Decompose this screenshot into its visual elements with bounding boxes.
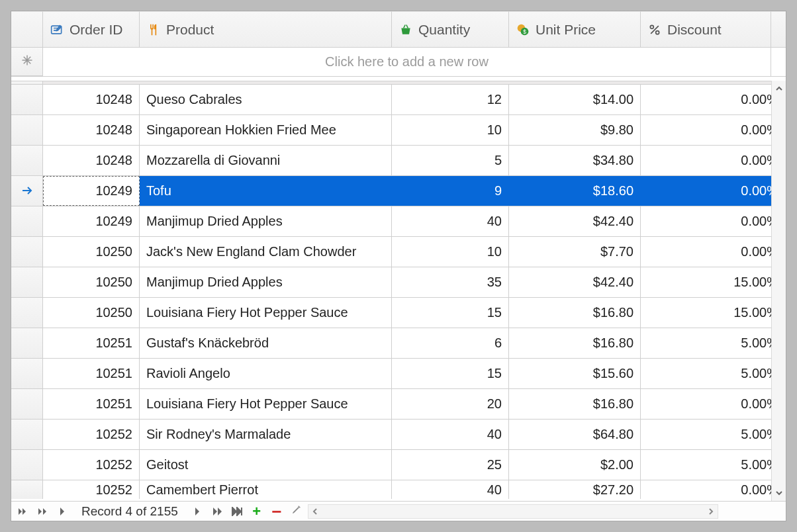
nav-delete-button[interactable]: − (268, 504, 285, 519)
cell-discount[interactable]: 0.00% (641, 237, 786, 267)
cell-product[interactable]: Singaporean Hokkien Fried Mee (140, 115, 392, 145)
vertical-scrollbar[interactable] (771, 81, 786, 501)
cell-product[interactable]: Ravioli Angelo (140, 359, 392, 388)
nav-first-button[interactable] (14, 504, 31, 519)
row-indicator[interactable] (11, 237, 43, 267)
cell-discount[interactable]: 0.00% (641, 176, 786, 206)
cell-unit-price[interactable]: $42.40 (509, 267, 641, 297)
row-indicator[interactable] (11, 115, 43, 145)
cell-quantity[interactable]: 35 (392, 267, 509, 297)
cell-quantity[interactable]: 15 (392, 298, 509, 328)
row-indicator[interactable] (11, 146, 43, 175)
cell-quantity[interactable]: 20 (392, 389, 509, 419)
cell-order-id[interactable]: 10248 (43, 146, 140, 175)
cell-order-id[interactable]: 10248 (43, 115, 140, 145)
cell-unit-price[interactable]: $18.60 (509, 176, 641, 206)
cell-product[interactable]: Manjimup Dried Apples (140, 206, 392, 236)
cell-discount[interactable]: 0.00% (641, 115, 786, 145)
cell-quantity[interactable]: 6 (392, 328, 509, 358)
cell-discount[interactable]: 0.00% (641, 480, 786, 499)
row-indicator[interactable] (11, 420, 43, 449)
row-indicator[interactable] (11, 298, 43, 328)
table-row[interactable]: 10248Mozzarella di Giovanni5$34.800.00% (11, 146, 786, 176)
cell-order-id[interactable]: 10249 (43, 206, 140, 236)
cell-order-id[interactable]: 10251 (43, 328, 140, 358)
scroll-track[interactable] (772, 97, 786, 485)
cell-quantity[interactable]: 25 (392, 450, 509, 480)
cell-unit-price[interactable]: $64.80 (509, 420, 641, 449)
table-row[interactable]: 10248Queso Cabrales12$14.000.00% (11, 85, 786, 115)
table-row[interactable]: 10250Jack's New England Clam Chowder10$7… (11, 237, 786, 267)
cell-quantity[interactable]: 10 (392, 115, 509, 145)
new-row-placeholder[interactable]: Click here to add a new row (43, 48, 771, 76)
cell-order-id[interactable]: 10251 (43, 389, 140, 419)
nav-next-button[interactable] (189, 504, 206, 519)
cell-order-id[interactable]: 10252 (43, 420, 140, 449)
cell-product[interactable]: Queso Cabrales (140, 85, 392, 114)
nav-next-page-button[interactable] (209, 504, 226, 519)
column-header-order-id[interactable]: Order ID (43, 11, 140, 48)
column-header-quantity[interactable]: Quantity (392, 11, 509, 48)
cell-order-id[interactable]: 10252 (43, 480, 140, 499)
table-row[interactable]: 10251Louisiana Fiery Hot Pepper Sauce20$… (11, 389, 786, 420)
cell-quantity[interactable]: 40 (392, 206, 509, 236)
cell-order-id[interactable]: 10248 (43, 85, 140, 114)
cell-discount[interactable]: 0.00% (641, 146, 786, 175)
cell-order-id[interactable]: 10251 (43, 359, 140, 388)
scroll-down-button[interactable] (772, 485, 786, 501)
cell-product[interactable]: Louisiana Fiery Hot Pepper Sauce (140, 298, 392, 328)
nav-prev-page-button[interactable] (34, 504, 51, 519)
table-row[interactable]: 10250Louisiana Fiery Hot Pepper Sauce15$… (11, 298, 786, 328)
cell-quantity[interactable]: 5 (392, 146, 509, 175)
table-row[interactable]: 10249Manjimup Dried Apples40$42.400.00% (11, 206, 786, 237)
column-header-discount[interactable]: Discount (641, 11, 771, 48)
cell-product[interactable]: Tofu (140, 176, 392, 206)
cell-order-id[interactable]: 10250 (43, 267, 140, 297)
cell-discount[interactable]: 5.00% (641, 450, 786, 480)
table-row[interactable]: 10250Manjimup Dried Apples35$42.4015.00% (11, 267, 786, 298)
cell-unit-price[interactable]: $14.00 (509, 85, 641, 114)
cell-unit-price[interactable]: $2.00 (509, 450, 641, 480)
table-row[interactable]: 10252Geitost25$2.005.00% (11, 450, 786, 480)
scroll-up-button[interactable] (772, 81, 786, 97)
cell-unit-price[interactable]: $16.80 (509, 298, 641, 328)
column-header-product[interactable]: Product (140, 11, 392, 48)
cell-order-id[interactable]: 10250 (43, 298, 140, 328)
column-header-unit-price[interactable]: $ Unit Price (509, 11, 641, 48)
row-indicator[interactable] (11, 206, 43, 236)
new-item-row[interactable]: Click here to add a new row (11, 48, 786, 77)
horizontal-scrollbar[interactable] (308, 504, 718, 519)
row-indicator[interactable] (11, 267, 43, 297)
cell-discount[interactable]: 0.00% (641, 85, 786, 114)
cell-unit-price[interactable]: $27.20 (509, 480, 641, 499)
row-indicator[interactable] (11, 450, 43, 480)
cell-product[interactable]: Gustaf's Knäckebröd (140, 328, 392, 358)
table-row[interactable]: 10248Singaporean Hokkien Fried Mee10$9.8… (11, 115, 786, 146)
cell-unit-price[interactable]: $15.60 (509, 359, 641, 388)
table-row[interactable]: 10251Gustaf's Knäckebröd6$16.805.00% (11, 328, 786, 359)
hscroll-right-button[interactable] (704, 505, 718, 518)
cell-unit-price[interactable]: $16.80 (509, 328, 641, 358)
cell-discount[interactable]: 15.00% (641, 298, 786, 328)
nav-edit-button[interactable] (288, 504, 305, 519)
cell-product[interactable]: Mozzarella di Giovanni (140, 146, 392, 175)
cell-unit-price[interactable]: $16.80 (509, 389, 641, 419)
cell-product[interactable]: Sir Rodney's Marmalade (140, 420, 392, 449)
cell-quantity[interactable]: 15 (392, 359, 509, 388)
cell-unit-price[interactable]: $7.70 (509, 237, 641, 267)
row-indicator[interactable] (11, 85, 43, 114)
hscroll-left-button[interactable] (308, 505, 322, 518)
cell-product[interactable]: Louisiana Fiery Hot Pepper Sauce (140, 389, 392, 419)
table-row[interactable]: 10252Camembert Pierrot40$27.200.00% (11, 480, 786, 499)
row-indicator[interactable] (11, 480, 43, 499)
table-row[interactable]: 10251Ravioli Angelo15$15.605.00% (11, 359, 786, 389)
cell-product[interactable]: Manjimup Dried Apples (140, 267, 392, 297)
cell-quantity[interactable]: 12 (392, 85, 509, 114)
cell-quantity[interactable]: 40 (392, 480, 509, 499)
cell-discount[interactable]: 0.00% (641, 206, 786, 236)
table-row[interactable]: 10249Tofu9$18.600.00% (11, 176, 786, 206)
table-row[interactable]: 10252Sir Rodney's Marmalade40$64.805.00% (11, 420, 786, 450)
cell-order-id[interactable]: 10250 (43, 237, 140, 267)
row-indicator-header[interactable] (11, 11, 43, 48)
cell-discount[interactable]: 15.00% (641, 267, 786, 297)
